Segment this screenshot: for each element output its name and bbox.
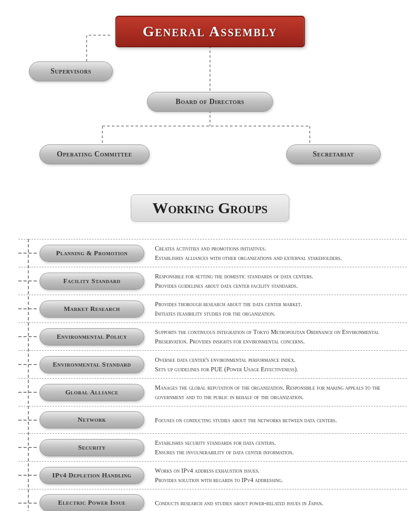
op-committee-box: Operating Committee [39, 144, 150, 164]
supervisors-label: Supervisors [50, 67, 91, 75]
wg-label-area: Facility Standard [39, 273, 144, 290]
wg-description: Manages the global reputation of the org… [144, 383, 407, 402]
working-groups-section: Working Groups [131, 184, 289, 230]
dash-line [18, 475, 37, 476]
board-node: Board of Directors [147, 92, 273, 112]
wg-pill-box: Environmental Policy [39, 328, 144, 346]
wg-pill-box: IPv4 Depletion Handling [39, 467, 144, 484]
wg-row: SecurityEstablishes security standards f… [18, 433, 407, 461]
dash-line [18, 336, 37, 337]
wg-row: Market ResearchProvides thorough researc… [18, 295, 407, 322]
wg-description: Conducts research and studies about powe… [144, 498, 407, 508]
dash-line [18, 308, 37, 309]
wg-left-connector [18, 475, 39, 476]
wg-pill-box: Global Alliance [39, 384, 144, 401]
dash-line [18, 253, 37, 254]
wg-pill-box: Environmental Standard [39, 356, 144, 373]
op-committee-label: Operating Committee [57, 150, 132, 158]
wg-left-connector [18, 392, 39, 393]
wg-left-connector [18, 503, 39, 504]
wg-left-connector [18, 364, 39, 365]
dash-line [18, 392, 37, 393]
wg-pill-box: Security [39, 439, 144, 456]
wg-label-area: Environmental Policy [39, 328, 144, 346]
secretariat-label: Secretariat [313, 150, 354, 158]
general-assembly-node: General Assembly [116, 16, 305, 47]
dash-line [18, 280, 37, 281]
supervisors-box: Supervisors [29, 61, 113, 81]
wg-left-connector [18, 447, 39, 448]
board-box: Board of Directors [147, 92, 273, 112]
wg-description: Supports the continuous integration of T… [144, 327, 407, 346]
wg-description: Oversee data center's environmental perf… [144, 355, 407, 374]
org-chart: General Assembly Supervisors Board of Di… [0, 0, 420, 511]
wg-label-area: Market Research [39, 300, 144, 318]
wg-row: Environmental StandardOversee data cente… [18, 350, 407, 378]
wg-description: Works on IPv4 address exhaustion issues.… [144, 466, 407, 485]
general-assembly-label: General Assembly [143, 23, 278, 39]
wg-pill-box: Network [39, 411, 144, 429]
secretariat-box: Secretariat [286, 144, 381, 164]
dash-line [18, 420, 37, 421]
wg-label-area: IPv4 Depletion Handling [39, 467, 144, 484]
dash-line [18, 447, 37, 448]
top-org-structure: General Assembly Supervisors Board of Di… [0, 11, 420, 184]
wg-label-area: Planning & Promotion [39, 245, 144, 262]
wg-pill-box: Market Research [39, 300, 144, 318]
supervisors-node: Supervisors [29, 61, 113, 81]
wg-description: Establishes security standards for data … [144, 438, 407, 457]
wg-left-connector [18, 253, 39, 254]
wg-rows: Planning & PromotionCreates activities a… [13, 239, 407, 511]
wg-row: Planning & PromotionCreates activities a… [18, 239, 407, 267]
wg-left-connector [18, 336, 39, 337]
wg-description: Provides thorough research about the dat… [144, 299, 407, 318]
wg-container: Planning & PromotionCreates activities a… [3, 239, 417, 511]
wg-left-connector [18, 308, 39, 309]
wg-row: Environmental PolicySupports the continu… [18, 322, 407, 350]
wg-row: Facility StandardResponsible for setting… [18, 267, 407, 295]
wg-label-area: Global Alliance [39, 384, 144, 401]
dash-line [18, 364, 37, 365]
working-groups-title: Working Groups [131, 194, 289, 222]
wg-row: Electric Power IssueConducts research an… [18, 489, 407, 511]
wg-description: Responsible for setting the domestic sta… [144, 272, 407, 290]
op-committee-node: Operating Committee [39, 144, 150, 164]
wg-row: NetworkFocuses on conducting studies abo… [18, 406, 407, 433]
general-assembly-box: General Assembly [116, 16, 305, 47]
wg-left-connector [18, 280, 39, 281]
wg-pill-box: Electric Power Issue [39, 494, 144, 511]
wg-label-area: Electric Power Issue [39, 494, 144, 511]
wg-pill-box: Facility Standard [39, 273, 144, 290]
wg-row: IPv4 Depletion HandlingWorks on IPv4 add… [18, 461, 407, 489]
wg-label-area: Security [39, 439, 144, 456]
wg-pill-box: Planning & Promotion [39, 245, 144, 262]
wg-row: Global AllianceManages the global reputa… [18, 378, 407, 406]
wg-label-area: Environmental Standard [39, 356, 144, 373]
working-groups-label: Working Groups [152, 199, 268, 216]
wg-left-connector [18, 420, 39, 421]
board-label: Board of Directors [176, 98, 245, 106]
secretariat-node: Secretariat [286, 144, 381, 164]
wg-label-area: Network [39, 411, 144, 429]
wg-description: Creates activities and promotions initia… [144, 244, 407, 263]
dash-line [18, 503, 37, 504]
wg-description: Focuses on conducting studies about the … [144, 415, 407, 425]
